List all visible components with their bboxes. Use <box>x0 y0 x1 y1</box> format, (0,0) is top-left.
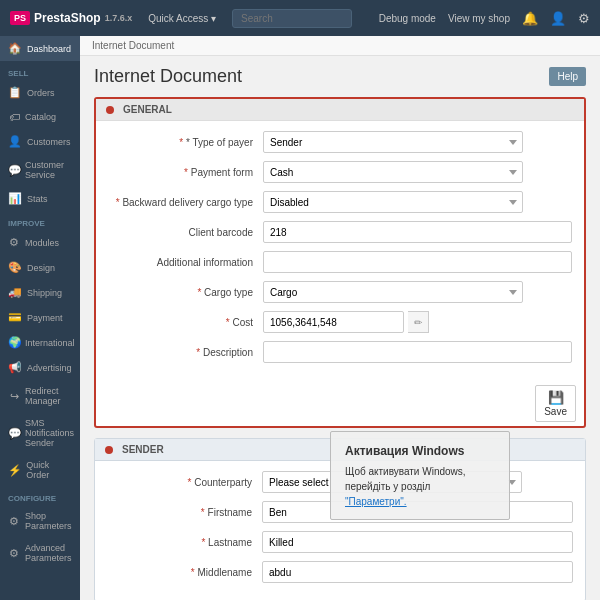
dashboard-icon: 🏠 <box>8 42 22 55</box>
sidebar-item-redirect-manager[interactable]: ↪ Redirect Manager <box>0 380 80 412</box>
stats-icon: 📊 <box>8 192 22 205</box>
customer-service-label: Customer Service <box>25 160 72 180</box>
lastname-input[interactable] <box>262 531 573 553</box>
sidebar-item-catalog[interactable]: 🏷 Catalog <box>0 105 80 129</box>
design-icon: 🎨 <box>8 261 22 274</box>
sms-icon: 💬 <box>8 427 20 440</box>
backward-delivery-group: * Backward delivery cargo type Disabled … <box>108 191 572 213</box>
view-my-shop-link[interactable]: View my shop <box>448 13 510 24</box>
cost-label: * Cost <box>108 317 263 328</box>
sidebar-item-shipping[interactable]: 🚚 Shipping <box>0 280 80 305</box>
payment-form-select[interactable]: Cash Non-cash <box>263 161 523 183</box>
settings-icon[interactable]: ⚙ <box>578 11 590 26</box>
design-label: Design <box>27 263 55 273</box>
breadcrumb: Internet Document <box>80 36 600 56</box>
windows-activation-link[interactable]: "Параметри". <box>345 496 407 507</box>
advertising-icon: 📢 <box>8 361 22 374</box>
description-input[interactable] <box>263 341 572 363</box>
cost-input[interactable] <box>263 311 404 333</box>
cargo-type-select[interactable]: Cargo Pallet Document <box>263 281 523 303</box>
quick-order-label: Quick Order <box>26 460 72 480</box>
shipping-label: Shipping <box>27 288 62 298</box>
catalog-icon: 🏷 <box>8 111 20 123</box>
quick-access-button[interactable]: Quick Access ▾ <box>142 11 222 26</box>
international-icon: 🌍 <box>8 336 20 349</box>
sidebar-item-advanced-params[interactable]: ⚙ Advanced Parameters <box>0 537 80 569</box>
debug-mode-link[interactable]: Debug mode <box>379 13 436 24</box>
general-panel: GENERAL * * Type of payer Sender Recipie… <box>94 97 586 428</box>
backward-delivery-select[interactable]: Disabled Money Documents <box>263 191 523 213</box>
sidebar-item-customers[interactable]: 👤 Customers <box>0 129 80 154</box>
cargo-type-label: * Cargo type <box>108 287 263 298</box>
orders-icon: 📋 <box>8 86 22 99</box>
payment-label: Payment <box>27 313 63 323</box>
red-dot-indicator <box>106 106 114 114</box>
content-area: Internet Document Internet Document Help… <box>80 36 600 600</box>
sidebar-item-stats[interactable]: 📊 Stats <box>0 186 80 211</box>
general-panel-title: GENERAL <box>123 104 172 115</box>
payment-form-group: * Payment form Cash Non-cash <box>108 161 572 183</box>
cost-group: * Cost ✏ <box>108 311 572 333</box>
brand-logo: PS PrestaShop 1.7.6.x <box>10 11 132 25</box>
profile-icon[interactable]: 👤 <box>550 11 566 26</box>
ps-logo: PS <box>10 11 30 25</box>
advanced-params-icon: ⚙ <box>8 547 20 560</box>
middlename-group: * Middlename <box>107 561 573 583</box>
sidebar-section-improve: IMPROVE <box>0 211 80 230</box>
shop-params-label: Shop Parameters <box>25 511 72 531</box>
orders-label: Orders <box>27 88 55 98</box>
sidebar-item-dashboard[interactable]: 🏠 Dashboard <box>0 36 80 61</box>
sidebar-item-shop-params[interactable]: ⚙ Shop Parameters <box>0 505 80 537</box>
additional-info-label: Additional information <box>108 257 263 268</box>
sidebar-item-quick-order[interactable]: ⚡ Quick Order <box>0 454 80 486</box>
sidebar-item-design[interactable]: 🎨 Design <box>0 255 80 280</box>
sidebar-item-modules[interactable]: ⚙ Modules <box>0 230 80 255</box>
page-title: Internet Document <box>94 66 242 87</box>
sidebar: 🏠 Dashboard SELL 📋 Orders 🏷 Catalog 👤 Cu… <box>0 36 80 600</box>
save-btn-container: 💾 Save <box>96 381 584 426</box>
redirect-icon: ↪ <box>8 390 20 403</box>
international-label: International <box>25 338 75 348</box>
sidebar-item-sms[interactable]: 💬 SMS Notifications Sender <box>0 412 80 454</box>
sidebar-item-orders[interactable]: 📋 Orders <box>0 80 80 105</box>
customers-label: Customers <box>27 137 71 147</box>
general-panel-header: GENERAL <box>96 99 584 121</box>
type-of-payer-group: * * Type of payer Sender Recipient Third… <box>108 131 572 153</box>
type-of-payer-select[interactable]: Sender Recipient Third party <box>263 131 523 153</box>
stats-label: Stats <box>27 194 48 204</box>
client-barcode-group: Client barcode <box>108 221 572 243</box>
sidebar-item-international[interactable]: 🌍 International <box>0 330 80 355</box>
shop-params-icon: ⚙ <box>8 515 20 528</box>
windows-activation-overlay: Активация Windows Щоб активувати Windows… <box>330 431 510 520</box>
payment-icon: 💳 <box>8 311 22 324</box>
customer-service-icon: 💬 <box>8 164 20 177</box>
main-layout: 🏠 Dashboard SELL 📋 Orders 🏷 Catalog 👤 Cu… <box>0 36 600 600</box>
middlename-input[interactable] <box>262 561 573 583</box>
top-navbar: PS PrestaShop 1.7.6.x Quick Access ▾ Deb… <box>0 0 600 36</box>
description-label: * Description <box>108 347 263 358</box>
catalog-label: Catalog <box>25 112 56 122</box>
client-barcode-input[interactable] <box>263 221 572 243</box>
notifications-icon[interactable]: 🔔 <box>522 11 538 26</box>
brand-name: PrestaShop <box>34 11 101 25</box>
sender-red-dot <box>105 446 113 454</box>
search-input[interactable] <box>232 9 352 28</box>
quick-order-icon: ⚡ <box>8 464 21 477</box>
sidebar-item-payment[interactable]: 💳 Payment <box>0 305 80 330</box>
advertising-label: Advertising <box>27 363 72 373</box>
sidebar-item-advertising[interactable]: 📢 Advertising <box>0 355 80 380</box>
save-button[interactable]: 💾 Save <box>535 385 576 422</box>
redirect-label: Redirect Manager <box>25 386 72 406</box>
lastname-group: * Lastname <box>107 531 573 553</box>
page-title-row: Internet Document Help <box>94 66 586 87</box>
cost-edit-addon[interactable]: ✏ <box>408 311 429 333</box>
additional-info-group: Additional information <box>108 251 572 273</box>
shipping-icon: 🚚 <box>8 286 22 299</box>
sidebar-section-sell: SELL <box>0 61 80 80</box>
additional-info-input[interactable] <box>263 251 572 273</box>
help-button[interactable]: Help <box>549 67 586 86</box>
brand-version: 1.7.6.x <box>105 13 133 23</box>
modules-label: Modules <box>25 238 59 248</box>
sidebar-item-customer-service[interactable]: 💬 Customer Service <box>0 154 80 186</box>
payment-form-label: * Payment form <box>108 167 263 178</box>
